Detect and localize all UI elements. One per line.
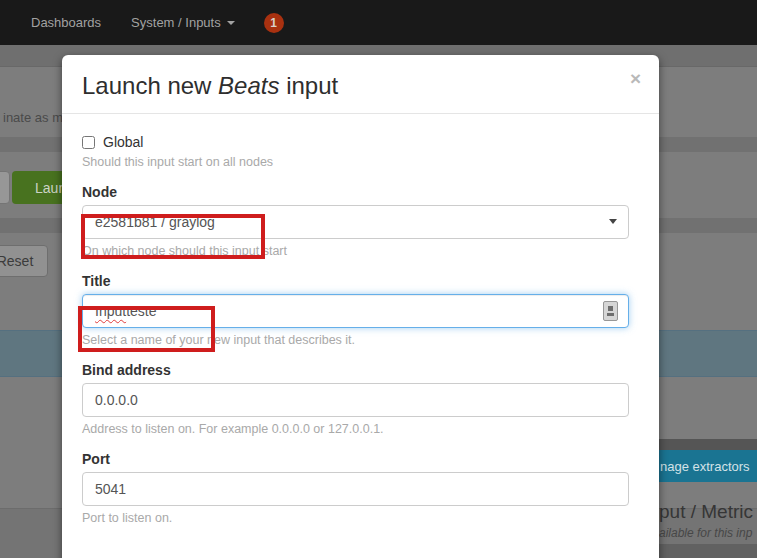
modal-title-suffix: input xyxy=(279,72,338,99)
bind-address-label: Bind address xyxy=(82,362,629,378)
global-help-text: Should this input start on all nodes xyxy=(82,155,629,169)
port-help-text: Port to listen on. xyxy=(82,511,629,525)
bind-address-help-text: Address to listen on. For example 0.0.0.… xyxy=(82,422,629,436)
nav-item-label: Dashboards xyxy=(31,15,101,30)
dimmed-dark-strip xyxy=(659,439,757,450)
port-input-value: 5041 xyxy=(95,481,126,497)
nav-item-label: System / Inputs xyxy=(131,15,221,30)
metrics-subtext: ailable for this inp xyxy=(659,526,757,540)
port-input[interactable]: 5041 xyxy=(82,472,629,506)
autofill-extension-icon[interactable] xyxy=(603,301,618,321)
chevron-down-icon xyxy=(227,21,235,25)
title-input-value-word: Input xyxy=(95,303,126,319)
title-field-group: Title Input teste Select a name of your … xyxy=(82,273,629,347)
title-input-value-rest: teste xyxy=(126,303,156,319)
modal-body: Global Should this input start on all no… xyxy=(62,114,659,558)
close-icon[interactable]: × xyxy=(630,69,641,88)
dimmed-page-text: inate as ma xyxy=(3,110,70,125)
dimmed-neighbor-button[interactable] xyxy=(0,171,10,204)
metrics-heading: put / Metric xyxy=(659,501,757,523)
nav-item-system-inputs[interactable]: System / Inputs xyxy=(116,0,250,45)
title-input[interactable]: Input teste xyxy=(82,294,629,328)
modal-title-emphasis: Beats xyxy=(218,72,279,99)
global-checkbox-label: Global xyxy=(103,134,143,150)
node-label: Node xyxy=(82,184,629,200)
launch-input-modal: Launch new Beats input × Global Should t… xyxy=(62,55,659,558)
global-field-group: Global Should this input start on all no… xyxy=(82,134,629,169)
modal-title-prefix: Launch new xyxy=(82,72,218,99)
dimmed-dark-strip xyxy=(659,544,757,558)
bind-address-input-value: 0.0.0.0 xyxy=(95,392,138,408)
node-help-text: On which node should this input start xyxy=(82,244,629,258)
node-field-group: Node e2581b81 / graylog On which node sh… xyxy=(82,184,629,258)
screen: inate as ma Launch Reset nage extractors… xyxy=(0,0,757,558)
notification-badge[interactable]: 1 xyxy=(264,13,284,33)
manage-extractors-button[interactable]: nage extractors xyxy=(659,450,757,482)
title-help-text: Select a name of your new input that des… xyxy=(82,333,629,347)
bind-address-field-group: Bind address 0.0.0.0 Address to listen o… xyxy=(82,362,629,436)
nav-item-dashboards[interactable]: Dashboards xyxy=(16,0,116,45)
title-label: Title xyxy=(82,273,629,289)
select-caret-icon xyxy=(609,219,617,224)
top-navbar: Dashboards System / Inputs 1 xyxy=(0,0,757,45)
node-select-value: e2581b81 / graylog xyxy=(95,214,215,230)
reset-button[interactable]: Reset xyxy=(0,245,48,277)
node-select[interactable]: e2581b81 / graylog xyxy=(82,205,629,239)
port-label: Port xyxy=(82,451,629,467)
bind-address-input[interactable]: 0.0.0.0 xyxy=(82,383,629,417)
modal-title: Launch new Beats input xyxy=(82,72,639,100)
global-checkbox[interactable] xyxy=(82,136,95,149)
modal-header: Launch new Beats input × xyxy=(62,55,659,114)
port-field-group: Port 5041 Port to listen on. xyxy=(82,451,629,525)
